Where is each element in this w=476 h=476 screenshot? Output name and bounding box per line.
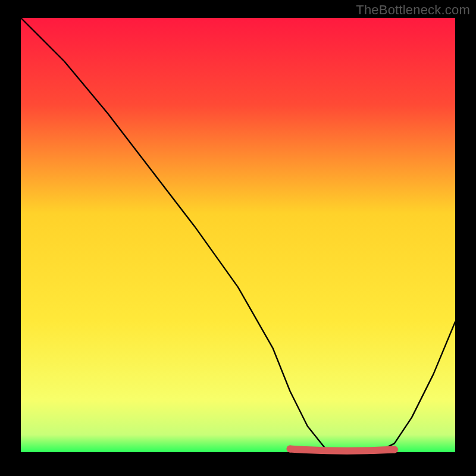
gradient-background [21, 18, 455, 452]
optimum-marker-band [290, 449, 394, 450]
optimum-marker-dot-left [287, 445, 294, 452]
plot-area [21, 18, 455, 452]
watermark-text: TheBottleneck.com [356, 2, 470, 18]
chart-frame: TheBottleneck.com [0, 0, 476, 476]
optimum-marker-dot-right [391, 446, 398, 453]
chart-svg [21, 18, 455, 452]
